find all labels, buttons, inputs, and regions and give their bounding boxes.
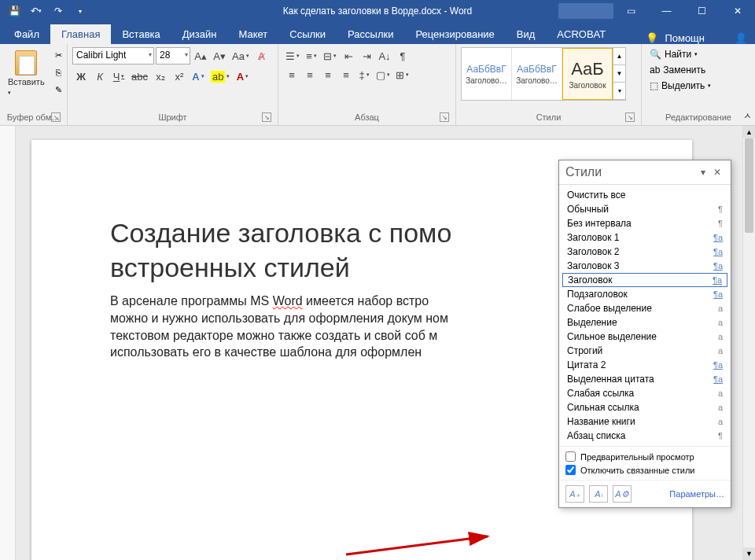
account-badge[interactable]: [558, 3, 613, 19]
strike-button[interactable]: abc: [129, 68, 150, 85]
style-list-item[interactable]: Строгийa: [559, 344, 731, 358]
scroll-down-icon[interactable]: ▼: [743, 547, 755, 560]
paragraph-launcher-icon[interactable]: ↘: [440, 112, 449, 122]
select-button[interactable]: ⬚Выделить▾: [646, 79, 714, 93]
style-list-item[interactable]: Заголовок 3¶a: [559, 259, 731, 273]
format-painter-icon[interactable]: ✎: [51, 82, 67, 98]
scroll-thumb[interactable]: [745, 138, 753, 233]
font-size-combo[interactable]: 28▾: [156, 47, 190, 64]
font-color-button[interactable]: A▾: [234, 68, 251, 85]
underline-button[interactable]: Ч▾: [110, 68, 127, 85]
increase-indent-icon[interactable]: ⇥: [358, 47, 375, 64]
decrease-indent-icon[interactable]: ⇤: [340, 47, 357, 64]
tab-references[interactable]: Ссылки: [278, 24, 337, 44]
collapse-ribbon-icon[interactable]: ㅅ: [743, 110, 752, 122]
cut-icon[interactable]: ✂: [51, 47, 67, 63]
style-heading3[interactable]: АаБбВвГ Заголово…: [512, 48, 562, 100]
ribbon-display-icon[interactable]: ▭: [613, 0, 649, 22]
style-list-item[interactable]: Выделениеa: [559, 315, 731, 330]
qat-customize-icon[interactable]: ▾: [71, 2, 90, 20]
tab-insert[interactable]: Вставка: [111, 24, 171, 44]
numbering-icon[interactable]: ≡▾: [303, 47, 320, 64]
gallery-up-icon[interactable]: ▲: [613, 48, 625, 65]
clipboard-launcher-icon[interactable]: ↘: [51, 112, 61, 122]
borders-icon[interactable]: ⊞▾: [393, 66, 411, 83]
change-case-button[interactable]: Aa▾: [230, 47, 252, 64]
tab-home[interactable]: Главная: [50, 24, 111, 44]
styles-params-link[interactable]: Параметры…: [669, 489, 724, 499]
undo-icon[interactable]: ↶▾: [27, 2, 46, 20]
style-list-item[interactable]: Название книгиa: [559, 414, 731, 429]
redo-icon[interactable]: ↷: [49, 2, 68, 20]
tab-view[interactable]: Вид: [506, 24, 547, 44]
manage-styles-button[interactable]: A⚙: [613, 485, 632, 503]
sort-icon[interactable]: A↓: [376, 47, 393, 64]
new-style-button[interactable]: A₊: [565, 485, 584, 503]
styles-launcher-icon[interactable]: ↘: [625, 112, 635, 122]
style-heading2[interactable]: АаБбВвГ Заголово…: [462, 48, 512, 100]
show-marks-icon[interactable]: ¶: [394, 47, 411, 64]
font-name-combo[interactable]: Calibri Light▾: [72, 47, 154, 64]
shading-icon[interactable]: ▢▾: [374, 66, 392, 83]
styles-pane-options-icon[interactable]: ▾: [696, 167, 710, 178]
line-spacing-icon[interactable]: ‡▾: [355, 66, 373, 83]
style-list-item[interactable]: Абзац списка¶: [559, 429, 731, 443]
grow-font-icon[interactable]: A▴: [192, 47, 209, 64]
align-left-icon[interactable]: ≡: [283, 66, 300, 83]
superscript-button[interactable]: x²: [171, 68, 188, 85]
gallery-more-icon[interactable]: ▾: [613, 83, 625, 100]
vertical-ruler[interactable]: [0, 126, 16, 560]
style-inspector-button[interactable]: Aᵢ: [589, 485, 608, 503]
minimize-icon[interactable]: —: [649, 0, 684, 22]
bullets-icon[interactable]: ☰▾: [283, 47, 302, 64]
style-list-item[interactable]: Сильная ссылкаa: [559, 400, 731, 414]
tab-acrobat[interactable]: ACROBAT: [546, 24, 617, 44]
align-center-icon[interactable]: ≡: [301, 66, 319, 83]
justify-icon[interactable]: ≡: [337, 66, 355, 83]
subscript-button[interactable]: x₂: [152, 68, 169, 85]
maximize-icon[interactable]: ☐: [684, 0, 720, 22]
multilevel-icon[interactable]: ⊟▾: [321, 47, 339, 64]
font-launcher-icon[interactable]: ↘: [262, 112, 271, 122]
style-list-item[interactable]: Слабая ссылкаa: [559, 386, 731, 400]
scroll-up-icon[interactable]: ▲: [743, 126, 755, 138]
italic-button[interactable]: К: [91, 68, 109, 85]
align-right-icon[interactable]: ≡: [319, 66, 337, 83]
style-list-item[interactable]: Слабое выделениеa: [559, 301, 731, 315]
gallery-down-icon[interactable]: ▼: [613, 65, 625, 83]
shrink-font-icon[interactable]: A▾: [211, 47, 228, 64]
style-list-item[interactable]: Заголовок¶a: [562, 273, 727, 287]
text-effects-icon[interactable]: A▾: [190, 68, 207, 85]
tab-review[interactable]: Рецензирование: [404, 24, 505, 44]
tab-file[interactable]: Файл: [3, 24, 50, 44]
style-list-item[interactable]: Заголовок 2¶a: [559, 245, 731, 259]
preview-checkbox[interactable]: Предварительный просмотр: [565, 451, 724, 462]
style-list-item[interactable]: Подзаголовок¶a: [559, 287, 731, 301]
style-list-item[interactable]: Сильное выделениеa: [559, 330, 731, 344]
paste-label: Вставить: [8, 77, 45, 87]
style-list-item[interactable]: Очистить все: [559, 188, 731, 202]
style-list-item[interactable]: Цитата 2¶a: [559, 358, 731, 372]
save-icon[interactable]: 💾: [5, 2, 24, 20]
close-icon[interactable]: ✕: [720, 0, 755, 22]
style-list-item[interactable]: Выделенная цитата¶a: [559, 372, 731, 386]
highlight-button[interactable]: ab▾: [208, 68, 232, 85]
style-list-item[interactable]: Обычный¶: [559, 202, 731, 216]
share-icon[interactable]: 👤: [735, 32, 747, 44]
disable-linked-checkbox[interactable]: Отключить связанные стили: [565, 465, 724, 475]
tab-mailings[interactable]: Рассылки: [337, 24, 404, 44]
find-button[interactable]: 🔍Найти▾: [646, 47, 714, 61]
styles-pane-close-icon[interactable]: ✕: [710, 167, 724, 178]
vertical-scrollbar[interactable]: ▲ ▼: [742, 126, 755, 560]
paste-button[interactable]: Вставить ▾: [5, 47, 48, 99]
clear-format-icon[interactable]: A̷: [253, 47, 271, 64]
tellme-input[interactable]: Помощн: [665, 32, 705, 44]
replace-button[interactable]: abЗаменить: [646, 63, 714, 77]
style-list-item[interactable]: Без интервала¶: [559, 216, 731, 230]
style-title[interactable]: АаБ Заголовок: [562, 48, 613, 100]
tab-design[interactable]: Дизайн: [171, 24, 228, 44]
bold-button[interactable]: Ж: [72, 68, 90, 85]
style-list-item[interactable]: Заголовок 1¶a: [559, 230, 731, 245]
copy-icon[interactable]: ⎘: [51, 64, 67, 80]
tab-layout[interactable]: Макет: [227, 24, 278, 44]
